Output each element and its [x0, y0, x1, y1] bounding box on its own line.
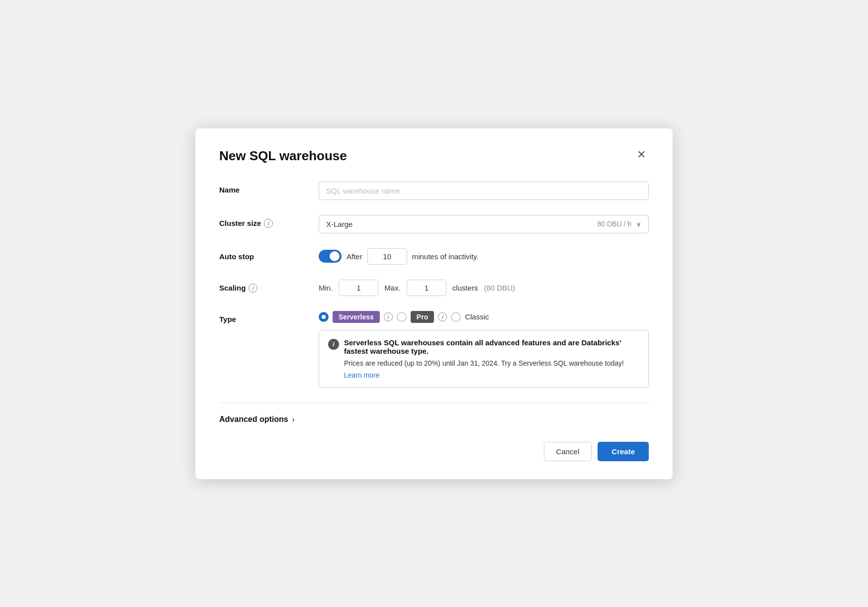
max-label: Max.	[384, 284, 401, 292]
type-control: Serverless i Pro i Classic i Serverless …	[319, 311, 649, 388]
cluster-size-chevron-icon: ∨	[636, 220, 641, 228]
info-box-header: i Serverless SQL warehouses contain all …	[328, 338, 639, 355]
type-row: Type Serverless i Pro i Classic i Server…	[219, 311, 649, 388]
cluster-size-right: 80 DBU / h ∨	[598, 220, 641, 228]
create-button[interactable]: Create	[598, 442, 649, 461]
serverless-radio[interactable]	[319, 312, 329, 322]
scaling-label: Scaling i	[219, 280, 319, 293]
scaling-max-input[interactable]: 1	[407, 280, 446, 296]
info-box-title: Serverless SQL warehouses contain all ad…	[344, 338, 639, 355]
cluster-size-info-icon[interactable]: i	[264, 219, 273, 228]
clusters-text: clusters	[452, 284, 478, 292]
info-dot-icon: i	[328, 339, 339, 350]
name-label: Name	[219, 182, 319, 194]
minutes-input[interactable]: 10	[367, 248, 407, 265]
pro-info-icon[interactable]: i	[438, 312, 447, 321]
learn-more-link[interactable]: Learn more	[328, 371, 639, 379]
after-text: After	[347, 252, 362, 261]
name-control	[319, 182, 649, 200]
scaling-min-input[interactable]: 1	[339, 280, 378, 296]
dialog-title: New SQL warehouse	[219, 148, 347, 164]
dialog-header: New SQL warehouse ✕	[219, 148, 649, 164]
autostop-row: After 10 minutes of inactivity.	[319, 248, 649, 265]
pro-badge[interactable]: Pro	[411, 311, 434, 323]
type-label: Type	[219, 311, 319, 323]
advanced-options-toggle[interactable]: Advanced options ›	[219, 415, 649, 424]
toggle-thumb	[330, 251, 340, 261]
cluster-size-label: Cluster size i	[219, 215, 319, 228]
scaling-info-icon[interactable]: i	[249, 284, 258, 293]
type-options: Serverless i Pro i Classic	[319, 311, 649, 323]
dialog-footer: Cancel Create	[219, 442, 649, 461]
scaling-control: Min. 1 Max. 1 clusters (80 DBU)	[319, 280, 649, 296]
section-divider	[219, 403, 649, 403]
close-button[interactable]: ✕	[634, 148, 649, 161]
cluster-size-control: X-Large 80 DBU / h ∨	[319, 215, 649, 233]
cluster-size-row: Cluster size i X-Large 80 DBU / h ∨	[219, 215, 649, 233]
cluster-size-value: X-Large	[326, 220, 598, 228]
serverless-info-icon[interactable]: i	[384, 312, 393, 321]
classic-label: Classic	[465, 312, 489, 321]
name-input[interactable]	[319, 182, 649, 200]
info-box-body: Prices are reduced (up to 20%) until Jan…	[328, 359, 639, 367]
scaling-row: Scaling i Min. 1 Max. 1 clusters (80 DBU…	[219, 280, 649, 296]
type-info-box: i Serverless SQL warehouses contain all …	[319, 330, 649, 388]
auto-stop-label: Auto stop	[219, 248, 319, 261]
advanced-options-chevron-icon: ›	[292, 415, 295, 423]
auto-stop-control: After 10 minutes of inactivity.	[319, 248, 649, 265]
cancel-button[interactable]: Cancel	[544, 442, 592, 461]
serverless-badge[interactable]: Serverless	[333, 311, 380, 323]
classic-radio[interactable]	[451, 312, 461, 322]
advanced-options-label: Advanced options	[219, 415, 288, 424]
auto-stop-row: Auto stop After 10 minutes of inactivity…	[219, 248, 649, 265]
min-label: Min.	[319, 284, 333, 292]
new-sql-warehouse-dialog: New SQL warehouse ✕ Name Cluster size i …	[195, 128, 673, 479]
cluster-size-select[interactable]: X-Large 80 DBU / h ∨	[319, 215, 649, 233]
pro-radio[interactable]	[397, 312, 407, 322]
name-row: Name	[219, 182, 649, 200]
cluster-size-dbu: 80 DBU / h	[598, 220, 631, 228]
auto-stop-toggle[interactable]	[319, 250, 342, 263]
scaling-inputs: Min. 1 Max. 1 clusters (80 DBU)	[319, 280, 649, 296]
scaling-dbu-text: (80 DBU)	[484, 284, 516, 292]
inactivity-text: minutes of inactivity.	[412, 252, 479, 261]
